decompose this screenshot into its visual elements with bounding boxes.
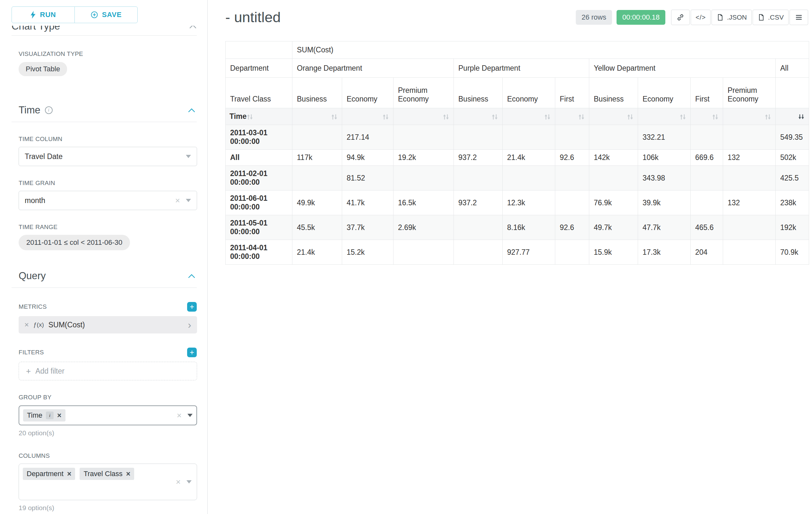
save-button[interactable]: SAVE <box>75 6 138 23</box>
pivot-cell: 502k <box>776 150 809 166</box>
remove-icon[interactable]: × <box>57 412 61 419</box>
pivot-metric-row: SUM(Cost) <box>226 42 809 59</box>
sort-icon <box>331 113 338 120</box>
pivot-sort-col[interactable] <box>454 108 502 125</box>
pivot-sort-all-active[interactable] <box>776 108 809 125</box>
metrics-label: METRICS <box>19 303 47 310</box>
pivot-cell: 16.5k <box>394 190 454 215</box>
pivot-cell <box>589 125 638 150</box>
chevron-right-icon[interactable]: › <box>188 320 191 330</box>
pivot-sort-col[interactable] <box>502 108 555 125</box>
add-metric-button[interactable]: + <box>187 302 197 312</box>
group-by-select[interactable]: Timei× × <box>19 405 197 425</box>
pivot-sort-col[interactable] <box>394 108 454 125</box>
pivot-cell: 37.7k <box>342 215 394 240</box>
columns-options-hint: 19 option(s) <box>19 504 197 512</box>
sort-icon <box>712 113 719 120</box>
pivot-sort-col[interactable] <box>691 108 723 125</box>
pivot-cell: 76.9k <box>589 190 638 215</box>
pivot-table-container: SUM(Cost) Department Orange DepartmentPu… <box>225 41 808 265</box>
code-icon: </> <box>696 14 706 21</box>
chevron-up-icon[interactable] <box>189 26 197 29</box>
pivot-class-row: Travel Class BusinessEconomyPremium Econ… <box>226 78 809 108</box>
pivot-cell: 937.2 <box>454 190 502 215</box>
chevron-up-icon[interactable] <box>188 274 196 278</box>
page-title: - untitled <box>225 9 281 26</box>
query-section-header[interactable]: Query <box>11 270 197 288</box>
pivot-department-label: Department <box>226 59 292 78</box>
pivot-row-label: 2011-02-01 00:00:00 <box>226 166 292 190</box>
pivot-cell <box>292 166 342 190</box>
pivot-time-label: Time <box>230 112 246 121</box>
pivot-cell <box>589 166 638 190</box>
file-icon <box>757 13 765 21</box>
pivot-sort-col[interactable] <box>723 108 776 125</box>
add-filter-plus-button[interactable]: + <box>187 348 197 357</box>
visualization-type-pill[interactable]: Pivot Table <box>19 62 67 76</box>
pivot-cell: 45.5k <box>292 215 342 240</box>
pivot-cell <box>502 125 555 150</box>
menu-button[interactable] <box>789 10 808 25</box>
pivot-sort-col[interactable] <box>638 108 691 125</box>
export-button-group: </> .JSON .CSV <box>671 10 808 25</box>
pivot-cell: 2.69k <box>394 215 454 240</box>
pivot-class-header: Economy <box>502 78 555 108</box>
pivot-row: 2011-02-01 00:00:0081.52343.98425.5 <box>226 166 809 190</box>
filters-label: FILTERS <box>19 349 44 356</box>
share-link-button[interactable] <box>671 10 690 25</box>
pivot-row-label: 2011-05-01 00:00:00 <box>226 215 292 240</box>
export-csv-button[interactable]: .CSV <box>753 10 789 25</box>
pivot-all-header: All <box>776 59 809 78</box>
run-button[interactable]: RUN <box>11 6 75 23</box>
time-grain-select[interactable]: month × <box>19 191 197 210</box>
view-query-button[interactable]: </> <box>691 10 710 25</box>
export-json-button[interactable]: .JSON <box>712 10 752 25</box>
selected-option-pill[interactable]: Travel Class× <box>80 468 134 480</box>
chart-type-section-clipped: Chart Type <box>11 26 197 32</box>
columns-select[interactable]: Department×Travel Class× × <box>19 464 197 500</box>
pivot-row-label: 2011-06-01 00:00:00 <box>226 190 292 215</box>
clear-icon[interactable]: × <box>175 196 180 205</box>
clear-icon[interactable]: × <box>177 411 182 420</box>
csv-label: .CSV <box>768 13 784 21</box>
pivot-cell: 15.9k <box>589 240 638 265</box>
pivot-cell <box>555 190 589 215</box>
pivot-row: All117k94.9k19.2k937.221.4k92.6142k106k6… <box>226 150 809 166</box>
time-range-pill[interactable]: 2011-01-01 ≤ col < 2011-06-30 <box>19 235 130 250</box>
control-panel-sidebar: RUN SAVE Chart Type VISUALIZATION TYPE P… <box>0 0 208 514</box>
save-label: SAVE <box>102 10 122 19</box>
remove-icon[interactable]: × <box>67 470 71 478</box>
chevron-up-icon[interactable] <box>188 108 196 113</box>
pivot-row: 2011-04-01 00:00:0021.4k15.2k927.7715.9k… <box>226 240 809 265</box>
add-filter-button[interactable]: + Add filter <box>19 362 197 380</box>
pivot-sort-col[interactable] <box>555 108 589 125</box>
remove-metric-icon[interactable]: × <box>24 320 29 329</box>
link-icon <box>676 13 685 22</box>
selected-option-pill[interactable]: Timei× <box>23 409 65 422</box>
pivot-sort-col[interactable] <box>589 108 638 125</box>
pivot-cell: 41.7k <box>342 190 394 215</box>
remove-icon[interactable]: × <box>126 470 130 478</box>
pivot-cell <box>454 240 502 265</box>
selected-option-pill[interactable]: Department× <box>23 468 75 480</box>
run-label: RUN <box>40 10 56 19</box>
pivot-travel-class-label: Travel Class <box>226 78 292 108</box>
time-column-select[interactable]: Travel Date <box>19 147 197 166</box>
pivot-cell: 49.7k <box>589 215 638 240</box>
pivot-class-header: Premium Economy <box>723 78 776 108</box>
clear-icon[interactable]: × <box>176 478 181 486</box>
metric-pill[interactable]: × ƒ(x) SUM(Cost) › <box>19 316 197 333</box>
pill-label: Travel Class <box>83 470 122 478</box>
time-section-header[interactable]: Time i <box>11 104 197 122</box>
pivot-sort-time[interactable]: Time <box>226 108 292 125</box>
pivot-cell: 21.4k <box>292 240 342 265</box>
sort-icon <box>764 113 772 120</box>
pivot-cell <box>502 166 555 190</box>
pivot-sort-col[interactable] <box>292 108 342 125</box>
pivot-cell: 142k <box>589 150 638 166</box>
pivot-sort-col[interactable] <box>342 108 394 125</box>
pivot-row: 2011-05-01 00:00:0045.5k37.7k2.69k8.16k9… <box>226 215 809 240</box>
chart-panel: - untitled 26 rows 00:00:00.18 </> .JSON… <box>208 0 812 514</box>
time-grain-label: TIME GRAIN <box>19 180 197 187</box>
chevron-down-icon <box>186 199 191 202</box>
